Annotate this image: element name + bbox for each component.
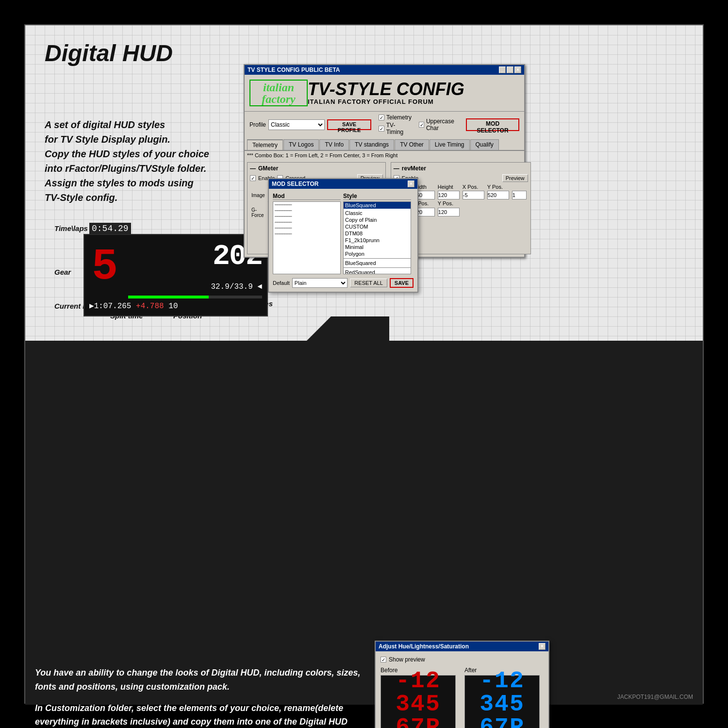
style-list[interactable]: BlueSquared Classic Copy of Plain CUSTOM… xyxy=(343,201,411,274)
mod-selector-button[interactable]: MOD SELECTOR xyxy=(466,118,519,131)
tab-tv-logos[interactable]: TV Logos xyxy=(283,139,319,150)
show-preview-check[interactable] xyxy=(381,657,386,662)
tv-style-subtitle: ITALIAN FACTORY OFFICIAL FORUM xyxy=(308,98,519,105)
bottom-section: You have an ability to change the looks … xyxy=(25,341,703,705)
style-col-header: Style xyxy=(343,193,411,200)
mod-selector-close-btn[interactable]: × xyxy=(408,181,414,187)
save-profile-button[interactable]: SAVE PROFILE xyxy=(327,119,371,130)
tab-qualify[interactable]: Qualify xyxy=(470,139,499,150)
hud-gear-value: 5 xyxy=(92,242,118,292)
profile-bar: Profile Classic SAVE PROFILE Telemetry T… xyxy=(245,112,524,138)
tv-timing-check-box[interactable] xyxy=(379,126,384,132)
style-list-divider2 xyxy=(344,267,411,268)
hud-laptime-value: ▶1:07.265 +4.788 10 xyxy=(89,301,178,311)
throttle-bar-bg xyxy=(128,296,262,298)
after-digit-line1: -12 xyxy=(480,669,524,693)
style-item-f1[interactable]: F1_2k10prunn xyxy=(344,237,411,244)
italian-factory-logo: italian factory xyxy=(249,80,308,106)
before-digit-preview: -12 345 67R xyxy=(381,675,456,728)
hud-label-gear: Gear xyxy=(54,268,71,276)
style-item-custom[interactable]: CUSTOM xyxy=(344,223,411,230)
revmeter-image-ypos[interactable] xyxy=(487,191,509,199)
before-digit-line3: 67R xyxy=(396,716,440,728)
checkboxes: Telemetry TV-Timing xyxy=(379,114,412,135)
list-item[interactable]: ━━━━━━━ xyxy=(273,214,340,219)
revmeter-needle-ypos[interactable] xyxy=(438,208,460,216)
show-preview-label: Show preview xyxy=(389,656,425,663)
tv-config-window-buttons: _ □ × xyxy=(499,66,521,73)
logo-text: italian factory xyxy=(262,82,295,105)
maximize-button[interactable]: □ xyxy=(507,66,513,73)
style-item-classic[interactable]: Classic xyxy=(344,210,411,216)
tab-tv-other[interactable]: TV Other xyxy=(395,139,429,150)
mod-save-button[interactable]: SAVE xyxy=(390,278,414,288)
profile-label: Profile xyxy=(249,121,266,128)
tab-tv-standings[interactable]: TV standings xyxy=(349,139,394,150)
tab-tv-info[interactable]: TV Info xyxy=(319,139,349,150)
hue-close-btn[interactable]: × xyxy=(539,643,546,650)
mod-list[interactable]: ━━━━━━━ ━━━━━━━ ━━━━━━━ ━━━━━━━ ━━━━━━━ … xyxy=(273,201,341,274)
close-button[interactable]: × xyxy=(514,66,521,73)
style-item-redsquared[interactable]: RedSquared xyxy=(344,269,411,274)
style-column: Style BlueSquared Classic Copy of Plain … xyxy=(343,193,411,274)
after-panel: After -12 345 67R xyxy=(464,667,544,728)
hud-preview: 0:54.29 5 202 32.9/33.9 ◄ ▶1:07.265 +4.7… xyxy=(83,234,268,316)
before-digit-line1: -12 xyxy=(396,669,440,693)
throttle-bar xyxy=(128,296,209,298)
gmeter-enable-check[interactable] xyxy=(250,175,256,181)
list-item[interactable]: ━━━━━━━ xyxy=(273,208,340,214)
tv-config-header: italian factory TV-STYLE CONFIG ITALIAN … xyxy=(245,75,524,112)
tab-telemetry[interactable]: Telemetry xyxy=(247,139,283,150)
tv-style-title-block: TV-STYLE CONFIG ITALIAN FACTORY OFFICIAL… xyxy=(308,81,519,105)
default-label: Default xyxy=(273,280,290,286)
main-container: Digital HUD A set of digital HUD styles … xyxy=(24,24,704,704)
combo-note: *** Combo Box: 1 = From Left, 2 = From C… xyxy=(245,151,524,160)
bottom-para-1: You have an ability to change the looks … xyxy=(35,666,365,694)
list-item[interactable]: ━━━━━━━ xyxy=(273,231,340,237)
tab-live-timing[interactable]: Live Timing xyxy=(430,139,470,150)
revmeter-image-height[interactable] xyxy=(438,191,460,199)
profile-select[interactable]: Classic xyxy=(268,119,325,130)
revmeter-image-val5[interactable] xyxy=(512,191,527,199)
style-item-copy-plain[interactable]: Copy of Plain xyxy=(344,216,411,223)
before-after-row: Before -12 345 67R After -12 345 67R xyxy=(381,667,544,728)
uppercase-checkbox: Uppercase Char xyxy=(419,118,463,132)
style-item-bluesquared-top[interactable]: BlueSquared xyxy=(344,202,411,209)
revmeter-image-xpos[interactable] xyxy=(463,191,484,199)
hud-label-time-laps: Time\laps xyxy=(54,224,88,232)
hud-time-value: 0:54.29 xyxy=(89,223,131,234)
gmeter-title: — GMeter xyxy=(250,165,383,172)
tv-timing-checkbox: TV-Timing xyxy=(379,122,412,135)
mod-selector-title-text: MOD SELECTOR xyxy=(272,181,318,187)
reset-all-button[interactable]: RESET ALL xyxy=(350,279,387,287)
after-digit-line3: 67R xyxy=(480,716,524,728)
list-item[interactable]: ━━━━━━━ xyxy=(273,225,340,231)
footer-email: JACKPOT191@GMAIL.COM xyxy=(617,694,693,700)
tv-tabs: Telemetry TV Logos TV Info TV standings … xyxy=(245,138,524,151)
style-item-bluesquared-bottom[interactable]: BlueSquared xyxy=(344,260,411,266)
hue-dialog: Adjust Hue/Lightness/Saturation × Show p… xyxy=(375,641,549,728)
telemetry-check-box[interactable] xyxy=(379,115,384,120)
uppercase-check-box[interactable] xyxy=(419,122,424,128)
mod-selector-titlebar: MOD SELECTOR × xyxy=(269,179,417,189)
mod-selector-body: Mod ━━━━━━━ ━━━━━━━ ━━━━━━━ ━━━━━━━ ━━━━… xyxy=(269,189,417,292)
before-digit-line2: 345 xyxy=(396,693,440,716)
before-panel: Before -12 345 67R xyxy=(381,667,460,728)
tv-config-title-text: TV STYLE CONFIG PUBLIC BETA xyxy=(248,66,340,73)
grid-background: Digital HUD A set of digital HUD styles … xyxy=(25,25,703,341)
style-item-polygon[interactable]: Polygon xyxy=(344,250,411,257)
revmeter-preview-btn[interactable]: Preview xyxy=(502,174,528,182)
mod-footer: Default Plain RESET ALL SAVE xyxy=(273,278,414,288)
style-item-dtm08[interactable]: DTM08 xyxy=(344,230,411,237)
minimize-button[interactable]: _ xyxy=(499,66,506,73)
list-item[interactable]: ━━━━━━━ xyxy=(273,219,340,225)
after-digit-line2: 345 xyxy=(480,693,524,716)
hue-title-text: Adjust Hue/Lightness/Saturation xyxy=(379,643,469,650)
list-item[interactable]: ━━━━━━━ xyxy=(273,202,340,208)
style-item-minimal[interactable]: Minimal xyxy=(344,244,411,250)
revmeter-title: — revMeter xyxy=(394,165,528,172)
mod-column: Mod ━━━━━━━ ━━━━━━━ ━━━━━━━ ━━━━━━━ ━━━━… xyxy=(273,193,341,274)
show-preview-row: Show preview xyxy=(381,656,544,663)
telemetry-checkbox: Telemetry xyxy=(379,114,412,121)
default-select[interactable]: Plain xyxy=(292,278,348,288)
